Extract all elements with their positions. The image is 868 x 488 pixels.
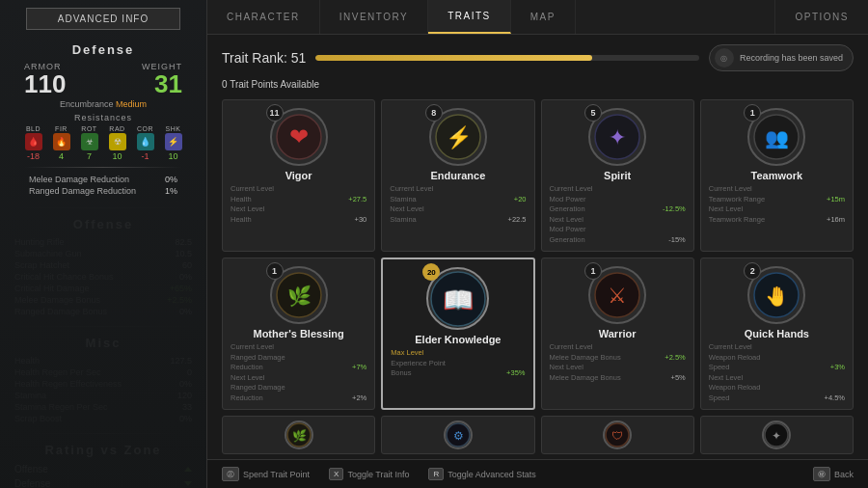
- mothers-blessing-name: Mother's Blessing: [253, 328, 343, 339]
- svg-text:✦: ✦: [772, 429, 781, 443]
- svg-text:⚔: ⚔: [608, 284, 627, 308]
- defense-title: Defense: [14, 42, 192, 57]
- armor-value: 110: [24, 71, 66, 96]
- vigor-icon-wrapper: ❤ 11: [270, 108, 328, 166]
- endurance-name: Endurance: [430, 170, 485, 181]
- endurance-icon-wrapper: ⚡ 8: [429, 108, 487, 166]
- rank-progress-fill: [315, 55, 591, 61]
- partial-icon-0: 🌿: [285, 420, 313, 449]
- cor-icon: 💧: [137, 133, 154, 150]
- top-nav: CHARACTER INVENTORY TRAITS MAP OPTIONS: [207, 0, 868, 35]
- encumbrance-value: Medium: [116, 99, 147, 109]
- bld-icon: 🩸: [25, 133, 42, 150]
- trait-card-quick-hands[interactable]: 🤚 2 Quick Hands Current Level Weapon Rel…: [700, 258, 854, 410]
- hint-advanced-stats: R Toggle Advanced Stats: [428, 468, 535, 480]
- tab-inventory[interactable]: INVENTORY: [320, 0, 428, 34]
- trait-card-endurance[interactable]: ⚡ 8 Endurance Current Level Stamina+20 N…: [381, 99, 534, 252]
- svg-text:🛡: 🛡: [611, 429, 623, 443]
- mothers-blessing-level: 1: [266, 262, 284, 280]
- partial-icon-3: ✦: [762, 420, 791, 449]
- trait-card-teamwork[interactable]: 👥 1 Teamwork Current Level Teamwork Rang…: [700, 99, 854, 252]
- armor-weight-row: Armor 110 Weight 31: [14, 62, 192, 96]
- mothers-blessing-info: Current Level Ranged Damage Reduction+7%…: [231, 342, 366, 403]
- warrior-icon-wrapper: ⚔ 1: [588, 266, 646, 324]
- svg-text:🤚: 🤚: [765, 285, 789, 308]
- trait-card-mothers-blessing[interactable]: 🌿 1 Mother's Blessing Current Level Rang…: [222, 258, 375, 410]
- vigor-name: Vigor: [285, 170, 312, 181]
- bottom-bar: ㊣ Spend Trait Point X Toggle Trait Info …: [207, 459, 868, 488]
- svg-text:⚙: ⚙: [452, 429, 463, 443]
- spirit-name: Spirit: [604, 170, 631, 181]
- trait-card-spirit[interactable]: ✦ 5 Spirit Current Level Mod Power Gener…: [541, 99, 694, 252]
- recording-label: Recording has been saved: [740, 53, 843, 63]
- mothers-blessing-icon-wrapper: 🌿 1: [270, 266, 328, 324]
- traits-partial-row: 🌿 ⚙ 🛡 ✦: [222, 416, 854, 454]
- tab-character[interactable]: CHARACTER: [207, 0, 320, 34]
- resist-cor: COR 💧 -1: [137, 125, 154, 161]
- rad-icon: ☢: [109, 133, 126, 150]
- elder-knowledge-name: Elder Knowledge: [415, 334, 501, 345]
- svg-text:📖: 📖: [443, 285, 475, 315]
- resist-fir: FIR 🔥 4: [53, 125, 70, 161]
- vigor-level: 11: [266, 104, 284, 122]
- partial-icon-2: 🛡: [603, 420, 632, 449]
- trait-card-warrior[interactable]: ⚔ 1 Warrior Current Level Melee Damage B…: [541, 258, 694, 410]
- vigor-info: Current Level Health+27.5 Next Level Hea…: [231, 184, 366, 225]
- spirit-level: 5: [584, 104, 602, 122]
- svg-text:🌿: 🌿: [286, 285, 311, 308]
- elder-knowledge-info: Max Level Experience Point Bonus+35%: [391, 348, 525, 379]
- kbd-back: ㊙: [813, 467, 830, 481]
- tab-map[interactable]: MAP: [511, 0, 576, 34]
- melee-dmg-red-row: Melee Damage Reduction 0%: [14, 174, 192, 185]
- svg-text:👥: 👥: [765, 126, 789, 149]
- trait-partial-1[interactable]: ⚙: [381, 416, 534, 454]
- tab-traits[interactable]: TRAITS: [428, 0, 511, 34]
- svg-text:❤: ❤: [289, 123, 309, 149]
- spirit-info: Current Level Mod Power Generation-12.5%…: [550, 184, 686, 245]
- resistances-row: BLD 🩸 -18 FIR 🔥 4 ROT ☣ 7 RAD ☢ 10 COR: [14, 125, 192, 161]
- kbd-spend: ㊣: [222, 467, 239, 481]
- tab-options[interactable]: OPTIONS: [774, 0, 868, 34]
- encumbrance-label: Encumbrance: [60, 99, 114, 109]
- hint-spend-label: Spend Trait Point: [243, 470, 310, 479]
- weight-value: 31: [142, 71, 182, 96]
- trait-card-vigor[interactable]: ❤ 11 Vigor Current Level Health+27.5 Nex…: [222, 99, 375, 252]
- teamwork-info: Current Level Teamwork Range+15m Next Le…: [709, 184, 845, 225]
- back-button[interactable]: ㊙ Back: [813, 467, 854, 481]
- resist-bld: BLD 🩸 -18: [25, 125, 42, 161]
- teamwork-icon-wrapper: 👥 1: [747, 108, 805, 166]
- recording-saved-indicator: ◎ Recording has been saved: [709, 44, 854, 71]
- hint-spend-trait: ㊣ Spend Trait Point: [222, 467, 310, 481]
- trait-partial-3[interactable]: ✦: [700, 416, 854, 454]
- kbd-toggle-info: X: [329, 468, 343, 480]
- advanced-info-button[interactable]: ADVANCED INFO: [26, 8, 180, 30]
- resistances-title: Resistances: [14, 113, 192, 122]
- hint-advanced-label: Toggle Advanced Stats: [448, 470, 536, 479]
- quick-hands-icon-wrapper: 🤚 2: [747, 266, 805, 324]
- quick-hands-info: Current Level Weapon Reload Speed+3% Nex…: [709, 342, 845, 403]
- warrior-info: Current Level Melee Damage Bonus+2.5% Ne…: [550, 342, 686, 383]
- shk-icon: ⚡: [165, 133, 182, 150]
- resist-rad: RAD ☢ 10: [109, 125, 126, 161]
- trait-rank-label: Trait Rank: 51: [222, 50, 306, 66]
- quick-hands-name: Quick Hands: [745, 328, 809, 339]
- back-label: Back: [834, 470, 854, 479]
- hint-toggle-info: X Toggle Trait Info: [329, 468, 409, 480]
- rank-progress-bar: [315, 55, 699, 61]
- trait-card-elder-knowledge[interactable]: 📖 20 Elder Knowledge Max Level Experienc…: [381, 258, 534, 410]
- main-content: Trait Rank: 51 ◎ Recording has been save…: [207, 35, 868, 459]
- trait-partial-2[interactable]: 🛡: [541, 416, 694, 454]
- spirit-icon-wrapper: ✦ 5: [588, 108, 646, 166]
- ranged-dmg-red-row: Ranged Damage Reduction 1%: [14, 185, 192, 197]
- svg-text:⚡: ⚡: [445, 124, 472, 150]
- resist-shk: SHK ⚡ 10: [165, 125, 182, 161]
- trait-partial-0[interactable]: 🌿: [222, 416, 375, 454]
- recording-icon: ◎: [715, 48, 734, 68]
- left-panel: ADVANCED INFO Defense Armor 110 Weight 3…: [0, 0, 207, 488]
- traits-grid: ❤ 11 Vigor Current Level Health+27.5 Nex…: [222, 99, 854, 410]
- fir-icon: 🔥: [53, 133, 70, 150]
- elder-knowledge-icon-wrapper: 📖 20: [426, 267, 489, 330]
- trait-rank-bar: Trait Rank: 51 ◎ Recording has been save…: [222, 44, 854, 71]
- teamwork-name: Teamwork: [751, 170, 803, 181]
- kbd-advanced: R: [428, 468, 444, 480]
